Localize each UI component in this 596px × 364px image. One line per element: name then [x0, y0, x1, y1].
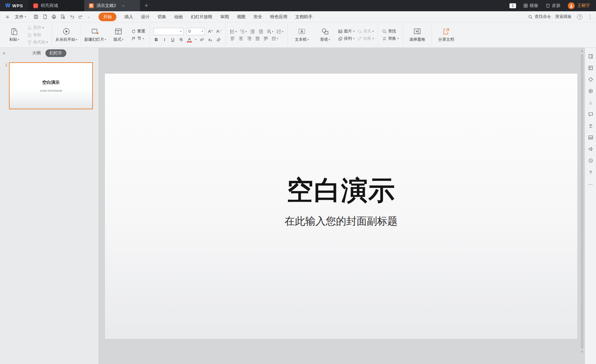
arrange-button[interactable]: 排列 ▾	[338, 36, 355, 41]
section-button[interactable]: 节 ▾	[131, 36, 145, 41]
scrollbar-thumb[interactable]	[581, 54, 583, 349]
slide-title-placeholder[interactable]: 空白演示	[105, 173, 577, 209]
columns-button[interactable]: ▾	[271, 36, 278, 41]
align-justify-button[interactable]	[255, 36, 260, 41]
slides-tab[interactable]: 幻灯片	[45, 49, 67, 57]
print-button[interactable]	[51, 14, 56, 19]
save-button[interactable]	[33, 14, 38, 19]
underline-button[interactable]: U	[170, 37, 175, 42]
shapes-button[interactable]: 形状▾	[315, 27, 335, 42]
tab-docer-store[interactable]: 稻壳商城	[29, 0, 84, 11]
export-pdf-button[interactable]	[42, 14, 47, 19]
italic-button[interactable]: I	[162, 37, 167, 42]
slide-layout-button[interactable]: 版式▾	[108, 27, 129, 42]
animation-pane-icon[interactable]	[588, 88, 594, 94]
fill-button[interactable]: 填充 ▾	[357, 28, 374, 34]
help-pane-icon[interactable]: ?	[588, 170, 594, 176]
text-direction-button[interactable]: ▾	[266, 29, 273, 34]
reset-slide-button[interactable]: 重置	[131, 28, 145, 34]
close-tab-icon[interactable]: ×	[122, 3, 125, 8]
skin-button[interactable]: 皮肤	[546, 3, 561, 9]
replace-button[interactable]: 替换 ▾	[382, 36, 399, 41]
play-from-current-button[interactable]: 从当前开始▾	[56, 27, 77, 42]
align-center-button[interactable]	[238, 36, 243, 41]
chevron-down-icon[interactable]: ▾	[195, 38, 196, 41]
line-spacing-button[interactable]: ▾	[276, 29, 283, 34]
design-resources-icon[interactable]	[588, 65, 594, 71]
slide-subtitle-placeholder[interactable]: 在此输入您的封面副标题	[105, 214, 577, 228]
media-pane-icon[interactable]	[588, 146, 594, 152]
copy-button[interactable]: 复制	[27, 32, 48, 38]
align-right-button[interactable]	[246, 36, 252, 41]
properties-pane-icon[interactable]	[588, 54, 594, 60]
format-painter-button[interactable]: 格式刷 ▾	[27, 39, 48, 45]
increase-indent-button[interactable]	[258, 29, 263, 34]
clear-format-button[interactable]	[216, 37, 221, 42]
comments-pane-icon[interactable]	[588, 112, 594, 118]
file-menu-button[interactable]: 文件 ▾	[12, 11, 30, 22]
shrink-font-button[interactable]: A⁻	[216, 29, 222, 34]
numbered-list-button[interactable]: ▾	[240, 29, 247, 34]
transition-pane-icon[interactable]	[588, 77, 594, 83]
wps-menu-button[interactable]: W WPS	[0, 0, 29, 11]
tab-doc-assistant[interactable]: 文档助手	[295, 14, 312, 20]
decrease-indent-button[interactable]	[250, 29, 255, 34]
history-pane-icon[interactable]	[588, 158, 594, 164]
vertical-scrollbar[interactable]: ▲ ▼	[580, 49, 584, 354]
tab-special-features[interactable]: 特色应用	[270, 14, 287, 20]
strikethrough-button[interactable]: S	[178, 37, 184, 42]
tab-review[interactable]: 审阅	[220, 14, 229, 20]
favorites-star-icon[interactable]: ☆	[588, 100, 594, 106]
share-document-button[interactable]: 分享文档	[436, 27, 456, 42]
main-menu-icon[interactable]: ≡	[3, 14, 12, 20]
paste-button[interactable]: 粘贴▾	[4, 27, 25, 42]
collapse-panel-icon[interactable]: «	[3, 50, 5, 56]
picture-button[interactable]: 图片 ▾	[338, 28, 355, 34]
font-color-button[interactable]: A	[187, 37, 192, 42]
outline-tab[interactable]: 大纲	[32, 50, 41, 56]
template-button[interactable]: 模板	[523, 3, 538, 9]
message-count-badge[interactable]: 1	[509, 3, 516, 8]
slide-1[interactable]: 空白演示 在此输入您的封面副标题	[105, 74, 577, 339]
bullet-list-button[interactable]: ▾	[230, 29, 237, 34]
tab-transitions[interactable]: 切换	[158, 14, 166, 20]
tab-security[interactable]: 安全	[253, 14, 262, 20]
tab-animations[interactable]: 动画	[174, 14, 183, 20]
more-tools-icon[interactable]: ⋯	[588, 181, 594, 187]
slide-thumbnail[interactable]: 空白演示 在此输入您的封面副标题	[9, 62, 93, 109]
quickbar-customize-icon[interactable]: ⌄	[87, 15, 90, 19]
selection-pane-button[interactable]: 选择窗格	[407, 27, 428, 42]
tab-design[interactable]: 设计	[141, 14, 150, 20]
more-menu-icon[interactable]: ⋮	[588, 14, 593, 20]
grow-font-button[interactable]: A⁺	[208, 29, 213, 34]
tab-home[interactable]: 开始	[99, 13, 116, 21]
find-button[interactable]: 查找	[382, 28, 399, 34]
redo-button[interactable]	[78, 14, 83, 19]
image-pane-icon[interactable]	[588, 135, 594, 141]
tab-presentation-document[interactable]: 演示文稿2 ×	[84, 0, 140, 11]
outline-button[interactable]: 轮廓 ▾	[357, 36, 374, 41]
new-slide-button[interactable]: 新建幻灯片▾	[85, 27, 105, 42]
tab-view[interactable]: 视图	[237, 14, 245, 20]
print-preview-button[interactable]	[60, 14, 65, 19]
new-tab-button[interactable]: +	[140, 2, 153, 9]
search-command-box[interactable]: 查找命令、搜索模板	[528, 14, 572, 20]
cut-button[interactable]: 剪切 ▾	[27, 25, 48, 30]
export-pane-icon[interactable]	[588, 123, 594, 129]
superscript-button[interactable]: x²	[199, 37, 205, 42]
scroll-down-icon[interactable]: ▼	[580, 350, 584, 354]
user-name[interactable]: 王晓宇	[577, 3, 590, 9]
editing-canvas[interactable]: 空白演示 在此输入您的封面副标题 ▲ ▼	[99, 48, 585, 364]
undo-button[interactable]	[69, 14, 74, 19]
tab-slideshow[interactable]: 幻灯片放映	[191, 14, 212, 20]
bold-button[interactable]: B	[154, 37, 159, 42]
font-size-combobox[interactable]: 0 ▾	[186, 28, 205, 35]
subscript-button[interactable]: x₂	[208, 37, 213, 42]
font-name-combobox[interactable]: ▾	[154, 28, 183, 35]
help-icon[interactable]: ?	[577, 14, 582, 20]
user-avatar[interactable]	[568, 2, 575, 9]
text-box-button[interactable]: 文本框▾	[292, 27, 312, 42]
align-left-button[interactable]	[230, 36, 235, 41]
scroll-up-icon[interactable]: ▲	[580, 49, 584, 53]
distribute-text-button[interactable]	[263, 36, 268, 41]
